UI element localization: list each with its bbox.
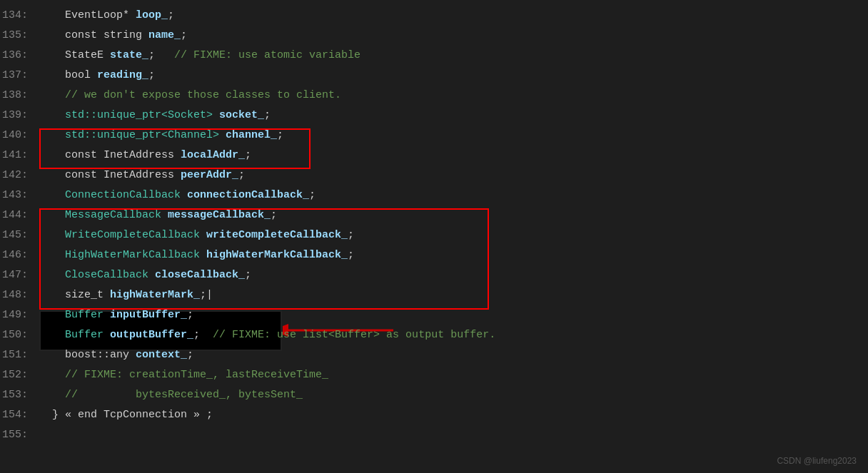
line-content: WriteCompleteCallback writeCompleteCallb… <box>39 225 868 245</box>
line-number: 147: <box>0 265 39 285</box>
line-number: 138: <box>0 86 39 106</box>
line-content: HighWaterMarkCallback highWaterMarkCallb… <box>39 245 868 265</box>
line-number: 134: <box>0 6 39 26</box>
line-content: CloseCallback closeCallback_; <box>39 265 868 285</box>
table-row: 137: bool reading_; <box>0 66 868 86</box>
line-number: 139: <box>0 106 39 126</box>
line-content: EventLoop* loop_; <box>39 6 868 26</box>
line-content: Buffer inputBuffer_; <box>39 305 868 325</box>
line-content: size_t highWaterMark_;| <box>39 285 868 305</box>
table-row: 135: const string name_; <box>0 26 868 46</box>
line-content: Buffer outputBuffer_; // FIXME: use list… <box>39 325 868 345</box>
line-content: std::unique_ptr<Socket> socket_; <box>39 106 868 126</box>
line-number: 155: <box>0 425 39 445</box>
line-number: 151: <box>0 345 39 365</box>
table-row: 140: std::unique_ptr<Channel> channel_; <box>0 126 868 146</box>
line-number: 145: <box>0 225 39 245</box>
line-content: ConnectionCallback connectionCallback_; <box>39 185 868 205</box>
line-content: // bytesReceived_, bytesSent_ <box>39 385 868 405</box>
table-row: 142: const InetAddress peerAddr_; <box>0 166 868 185</box>
line-number: 136: <box>0 46 39 66</box>
table-row: 144: MessageCallback messageCallback_; <box>0 205 868 225</box>
line-content: // FIXME: creationTime_, lastReceiveTime… <box>39 365 868 385</box>
line-content: std::unique_ptr<Channel> channel_; <box>39 126 868 146</box>
code-container: 134: EventLoop* loop_;135: const string … <box>0 0 868 451</box>
line-number: 143: <box>0 185 39 205</box>
line-number: 144: <box>0 205 39 225</box>
table-row: 150: Buffer outputBuffer_; // FIXME: use… <box>0 325 868 345</box>
line-content: const InetAddress peerAddr_; <box>39 166 868 185</box>
line-content: // we don't expose those classes to clie… <box>39 86 868 106</box>
table-row: 146: HighWaterMarkCallback highWaterMark… <box>0 245 868 265</box>
table-row: 143: ConnectionCallback connectionCallba… <box>0 185 868 205</box>
table-row: 141: const InetAddress localAddr_; <box>0 146 868 166</box>
table-row: 139: std::unique_ptr<Socket> socket_; <box>0 106 868 126</box>
table-row: 145: WriteCompleteCallback writeComplete… <box>0 225 868 245</box>
line-number: 152: <box>0 365 39 385</box>
table-row: 153: // bytesReceived_, bytesSent_ <box>0 385 868 405</box>
line-number: 150: <box>0 325 39 345</box>
line-content: MessageCallback messageCallback_; <box>39 205 868 225</box>
line-number: 141: <box>0 146 39 166</box>
line-content: bool reading_; <box>39 66 868 86</box>
table-row: 149: Buffer inputBuffer_; <box>0 305 868 325</box>
table-row: 154: } « end TcpConnection » ; <box>0 405 868 425</box>
line-number: 148: <box>0 285 39 305</box>
table-row: 155: <box>0 425 868 445</box>
table-row: 136: StateE state_; // FIXME: use atomic… <box>0 46 868 66</box>
table-row: 147: CloseCallback closeCallback_; <box>0 265 868 285</box>
table-row: 134: EventLoop* loop_; <box>0 6 868 26</box>
watermark: CSDN @liufeng2023 <box>777 456 857 466</box>
line-number: 154: <box>0 405 39 425</box>
table-row: 151: boost::any context_; <box>0 345 868 365</box>
line-number: 140: <box>0 126 39 146</box>
line-content: StateE state_; // FIXME: use atomic vari… <box>39 46 868 66</box>
table-row: 152: // FIXME: creationTime_, lastReceiv… <box>0 365 868 385</box>
table-row: 138: // we don't expose those classes to… <box>0 86 868 106</box>
line-number: 135: <box>0 26 39 46</box>
line-content: const InetAddress localAddr_; <box>39 146 868 166</box>
code-lines: 134: EventLoop* loop_;135: const string … <box>0 6 868 445</box>
line-number: 146: <box>0 245 39 265</box>
line-content: boost::any context_; <box>39 345 868 365</box>
line-number: 153: <box>0 385 39 405</box>
line-number: 142: <box>0 166 39 185</box>
line-number: 149: <box>0 305 39 325</box>
table-row: 148: size_t highWaterMark_;| <box>0 285 868 305</box>
line-content: } « end TcpConnection » ; <box>39 405 868 425</box>
line-number: 137: <box>0 66 39 86</box>
line-content: const string name_; <box>39 26 868 46</box>
